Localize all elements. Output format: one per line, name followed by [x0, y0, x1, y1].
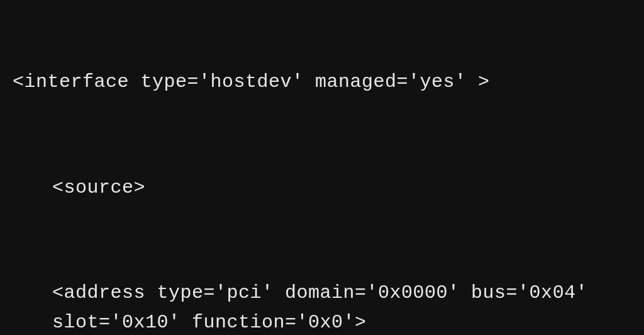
code-line: <address type='pci' domain='0x0000' bus=…: [13, 278, 631, 335]
code-line: <source>: [13, 173, 631, 203]
code-line: <interface type='hostdev' managed='yes' …: [13, 67, 631, 97]
xml-code-block: <interface type='hostdev' managed='yes' …: [0, 0, 644, 335]
